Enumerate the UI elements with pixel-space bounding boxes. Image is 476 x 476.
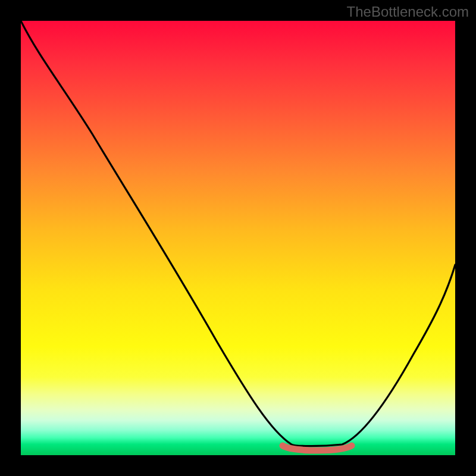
plot-area	[21, 21, 455, 455]
bottleneck-curve	[21, 21, 455, 446]
chart-frame: TheBottleneck.com	[0, 0, 476, 476]
curve-layer	[21, 21, 455, 455]
watermark-text: TheBottleneck.com	[347, 4, 469, 20]
